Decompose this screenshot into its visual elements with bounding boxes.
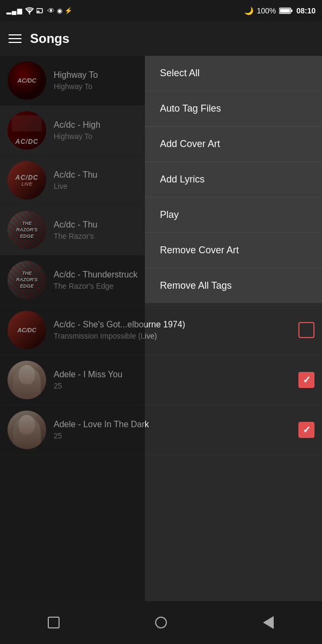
hamburger-line3 (9, 42, 21, 43)
status-bar: ▂▄▆ 👁 ◉ ⚡ 🌙 100% 08:10 (0, 0, 322, 21)
nav-square-icon (48, 617, 60, 628)
nav-circle-icon (155, 617, 167, 628)
cast-icon (36, 7, 45, 14)
hamburger-line2 (9, 38, 21, 39)
song-album-adele-miss: 25 (54, 382, 298, 390)
nav-triangle-icon (263, 616, 274, 629)
album-art-4: THERAZOR'SEDGE (8, 211, 46, 250)
menu-item-select-all[interactable]: Select All (145, 56, 322, 91)
song-item-shes-got[interactable]: AC/DC Ac/dc - She's Got...elbourne 1974)… (0, 305, 322, 355)
album-art-adele-miss (8, 361, 46, 399)
album-art-2: AC/DC (8, 111, 46, 150)
nav-back-button[interactable] (43, 612, 64, 633)
hamburger-line1 (9, 34, 21, 35)
app-header: Songs (0, 21, 322, 56)
song-info-adele-dark: Adele - Love In The Dark 25 (54, 420, 298, 440)
context-menu: Select All Auto Tag Files Add Cover Art … (145, 56, 322, 303)
song-title-adele-dark: Adele - Love In The Dark (54, 420, 298, 429)
album-art-3: AC/DC LIVE (8, 161, 46, 200)
menu-item-add-cover[interactable]: Add Cover Art (145, 127, 322, 162)
song-title-shes-got: Ac/dc - She's Got...elbourne 1974) (54, 320, 298, 330)
nav-bar (0, 601, 322, 644)
eye-icon: 👁 (47, 6, 55, 15)
hamburger-menu[interactable] (9, 34, 21, 43)
circle-icon: ◉ (57, 7, 62, 14)
time-display: 08:10 (296, 6, 316, 15)
moon-icon: 🌙 (244, 6, 253, 15)
svg-rect-4 (291, 10, 292, 12)
nav-recent-button[interactable] (258, 612, 279, 633)
song-info-shes-got: Ac/dc - She's Got...elbourne 1974) Trans… (54, 320, 298, 340)
album-art-adele-dark (8, 411, 46, 449)
nav-home-button[interactable] (150, 612, 172, 633)
song-album-shes-got: Transmission Impossible (Live) (54, 332, 298, 340)
menu-item-add-lyrics[interactable]: Add Lyrics (145, 162, 322, 197)
album-art-thunderstruck: THERAZOR'SEDGE (8, 261, 46, 299)
album-art-1: AC/DC (8, 61, 46, 100)
menu-item-remove-tags[interactable]: Remove All Tags (145, 268, 322, 303)
album-art-shes-got: AC/DC (8, 311, 46, 349)
menu-item-play[interactable]: Play (145, 197, 322, 233)
song-title-adele-miss: Adele - I Miss You (54, 370, 298, 379)
song-item-adele-miss[interactable]: Adele - I Miss You 25 (0, 355, 322, 405)
svg-point-0 (28, 13, 30, 14)
battery-text: 100% (257, 6, 276, 15)
song-album-adele-dark: 25 (54, 431, 298, 440)
song-info-adele-miss: Adele - I Miss You 25 (54, 370, 298, 390)
menu-item-remove-cover[interactable]: Remove Cover Art (145, 233, 322, 268)
status-left: ▂▄▆ 👁 ◉ ⚡ (6, 6, 72, 15)
song-item-adele-dark[interactable]: Adele - Love In The Dark 25 (0, 405, 322, 455)
wifi-icon (25, 7, 34, 14)
usb-icon: ⚡ (64, 7, 72, 14)
menu-item-auto-tag[interactable]: Auto Tag Files (145, 91, 322, 127)
checkbox-shes-got[interactable] (298, 322, 314, 338)
svg-rect-3 (280, 9, 290, 13)
signal-icon: ▂▄▆ (6, 7, 23, 14)
battery-icon (279, 7, 293, 14)
checkbox-adele-miss[interactable] (298, 372, 314, 388)
checkbox-adele-dark[interactable] (298, 422, 314, 438)
status-right: 🌙 100% 08:10 (244, 6, 316, 15)
page-title: Songs (30, 31, 69, 46)
